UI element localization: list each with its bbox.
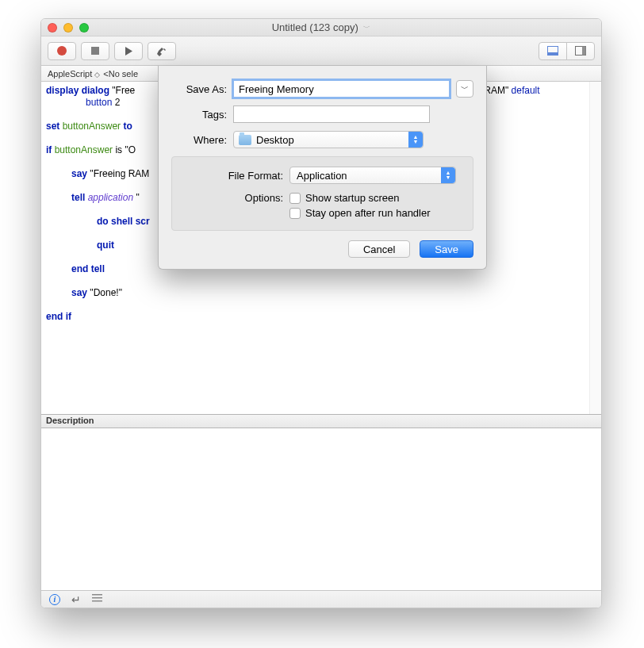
where-value: Desktop (256, 134, 294, 146)
toolbar (41, 36, 601, 66)
scrollbar[interactable] (589, 82, 601, 414)
stay-open-checkbox[interactable] (289, 208, 301, 219)
show-startup-checkbox[interactable] (289, 193, 301, 204)
save-dialog: Save As: ﹀ Tags: Where: Desktop ▲▼ File … (158, 66, 487, 270)
file-format-popup[interactable]: Application ▲▼ (289, 167, 456, 184)
sidebar-icon (575, 46, 586, 56)
window-title-text: Untitled (123 copy) (272, 21, 358, 33)
view-segmented (539, 42, 595, 60)
code-line: say "Done!" (46, 287, 596, 299)
file-format-value: Application (297, 170, 347, 182)
file-format-label: File Format: (182, 170, 283, 182)
save-as-label: Save As: (171, 83, 227, 95)
info-icon[interactable]: i (49, 594, 60, 605)
run-button[interactable] (114, 42, 143, 60)
title-dropdown-icon: ﹀ (363, 24, 370, 32)
svg-rect-3 (582, 47, 586, 56)
view-right-button[interactable] (566, 42, 595, 60)
stop-button[interactable] (81, 42, 109, 60)
tags-label: Tags: (171, 109, 227, 121)
format-options-group: File Format: Application ▲▼ Options: Sho… (171, 156, 473, 231)
record-icon (57, 46, 67, 56)
save-as-field[interactable] (233, 80, 450, 98)
tags-field[interactable] (233, 105, 430, 123)
code-line: end if (46, 311, 596, 323)
expand-save-button[interactable]: ﹀ (456, 80, 473, 98)
result-icon[interactable]: ↵ (71, 593, 81, 606)
popup-arrows-icon: ▲▼ (408, 132, 423, 148)
options-label: Options: (182, 192, 283, 204)
svg-rect-1 (548, 52, 558, 56)
window-title[interactable]: Untitled (123 copy) ﹀ (41, 21, 601, 34)
hammer-icon (157, 46, 167, 56)
view-left-button[interactable] (539, 42, 567, 60)
where-label: Where: (171, 134, 227, 146)
record-button[interactable] (48, 42, 76, 60)
status-bar: i ↵ (41, 590, 601, 608)
log-icon[interactable] (92, 593, 102, 605)
language-popup[interactable]: AppleScript ◇ (48, 69, 98, 79)
titlebar: Untitled (123 copy) ﹀ (41, 19, 601, 36)
folder-icon (239, 135, 251, 145)
cancel-button[interactable]: Cancel (348, 240, 410, 258)
description-header: Description (41, 415, 601, 428)
stay-open-label: Stay open after run handler (305, 207, 431, 219)
svg-rect-6 (92, 600, 102, 602)
chevron-down-icon: ﹀ (461, 83, 469, 94)
svg-rect-4 (92, 594, 102, 596)
svg-rect-5 (92, 597, 102, 599)
pane-icon (547, 46, 558, 56)
description-pane[interactable] (41, 428, 601, 590)
selection-popup[interactable]: <No sele (103, 69, 138, 79)
stop-icon (91, 47, 99, 55)
save-button[interactable]: Save (420, 240, 473, 258)
popup-arrows-icon: ▲▼ (441, 167, 455, 183)
where-popup[interactable]: Desktop ▲▼ (233, 131, 424, 148)
show-startup-label: Show startup screen (305, 192, 400, 204)
compile-button[interactable] (148, 42, 176, 60)
play-icon (125, 46, 133, 56)
